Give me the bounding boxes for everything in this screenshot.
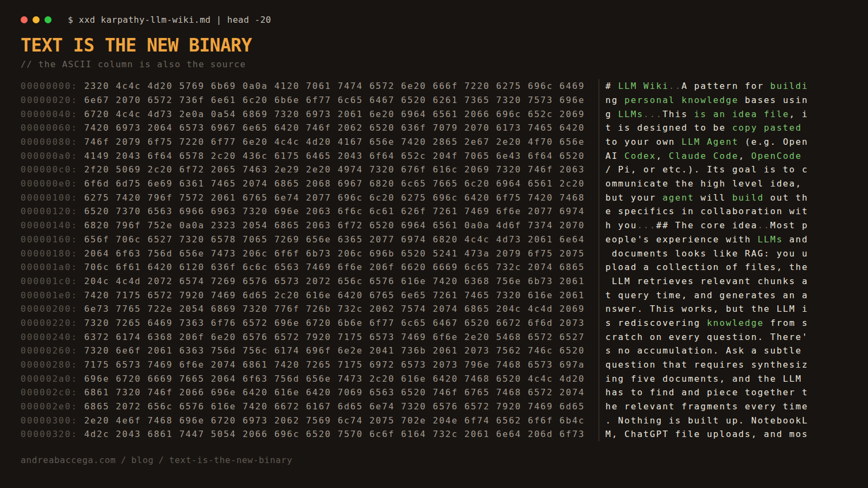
hex-row: 00000200:6e73 7765 722e 2054 6869 7320 7… [21,302,598,316]
ascii-segment: out th [764,192,808,203]
terminal-window: $ xxd karpathy-llm-wiki.md | head -20 TE… [0,0,868,488]
hex-bytes: 6e73 7765 722e 2054 6869 7320 776f 726b … [84,304,585,314]
ascii-segment: and [783,234,808,245]
ascii-line: to your own LLM Agent (e.g. Open [605,135,808,149]
hex-row: 00000120:6520 7370 6563 6966 6963 7320 6… [21,204,598,219]
hex-row: 000000a0:4149 2043 6f64 6578 2c20 436c 6… [21,149,598,163]
hex-bytes: 2e20 4e6f 7468 696e 6720 6973 2062 7569 … [84,415,585,426]
hex-dump: 00000000:2320 4c4c 4d20 5769 6b69 0a0a 4… [21,79,868,441]
hex-row: 000001a0:706c 6f61 6420 6120 636f 6c6c 6… [21,260,598,274]
hex-row: 00000320:4d2c 2043 6861 7447 5054 2066 6… [21,427,598,441]
ascii-segment: is an idea file [694,109,789,119]
ascii-segment: documents looks like RAG: you u [605,248,808,259]
hex-row: 000002e0:6865 2072 656c 6576 616e 7420 6… [21,400,598,414]
ascii-line: has to find and piece together t [605,386,808,400]
minimize-button[interactable] [33,16,40,23]
hex-offset: 000001e0: [21,290,78,300]
ascii-line: M, ChatGPT file uploads, and mos [605,427,808,441]
page-title: TEXT IS THE NEW BINARY [21,36,868,55]
hex-bytes: 6865 2072 656c 6576 616e 7420 6672 6167 … [84,401,585,412]
hex-offset: 000002a0: [21,374,78,384]
hex-row: 000001c0:204c 4c4d 2072 6574 7269 6576 6… [21,274,598,288]
ascii-segment: , [738,151,751,161]
hex-row: 00000020:6e67 2070 6572 736f 6e61 6c20 6… [21,93,598,107]
ascii-segment: ... [643,109,662,119]
hex-bytes: 2f20 5069 2c20 6f72 2065 7463 2e29 2e20 … [84,164,585,175]
hex-offset: 00000260: [21,345,78,356]
hex-offset: 00000180: [21,248,78,259]
ascii-segment: Codex [624,151,656,161]
ascii-line: but your agent will build out th [605,191,808,205]
hex-offset: 000001c0: [21,276,78,286]
hex-offset: 00000220: [21,318,78,328]
ascii-segment: from s [764,318,808,328]
ascii-line: e specifics in collaboration wit [605,204,808,219]
hex-offset: 00000100: [21,192,78,203]
ascii-segment: ... [637,220,656,230]
ascii-segment: , i [789,109,808,119]
ascii-line: documents looks like RAG: you u [605,247,808,261]
ascii-segment: s no accumulation. Ask a subtle [605,345,808,356]
breadcrumb-separator: / [158,455,164,465]
hex-bytes: 204c 4c4d 2072 6574 7269 6576 6573 2072 … [84,276,585,286]
ascii-line: LLM retrieves relevant chunks a [605,274,808,288]
ascii-segment: ing five documents, and the LLM [605,374,808,384]
ascii-line: ing five documents, and the LLM [605,372,808,386]
ascii-segment: personal knowledge [624,95,738,105]
ascii-segment: pload a collection of files, the [605,262,808,272]
ascii-segment: g [605,109,618,119]
hex-offset: 00000060: [21,123,78,133]
hex-row: 00000160:656f 706c 6527 7320 6578 7065 7… [21,233,598,247]
hex-row: 00000000:2320 4c4c 4d20 5769 6b69 0a0a 4… [21,79,598,93]
ascii-segment: .. [669,81,681,91]
ascii-segment: will [694,192,732,203]
ascii-line: t query time, and generates an a [605,288,808,303]
ascii-line: cratch on every question. There' [605,330,808,344]
ascii-segment: buildi [770,81,808,91]
hex-bytes: 2320 4c4c 4d20 5769 6b69 0a0a 4120 7061 … [84,81,585,91]
ascii-segment: question that requires synthesiz [605,359,808,370]
hex-offset: 000002e0: [21,401,78,412]
ascii-segment: LLM Agent [681,137,738,147]
hex-offset: 00000140: [21,220,78,230]
hex-row: 00000040:6720 4c4c 4d73 2e0a 0a54 6869 7… [21,107,598,121]
breadcrumb-site-link[interactable]: andreabaccega.com [21,455,116,465]
hex-bytes: 656f 706c 6527 7320 6578 7065 7269 656e … [84,234,585,245]
hex-bytes: 4d2c 2043 6861 7447 5054 2066 696c 6520 … [84,429,585,439]
ascii-line: AI Codex, Claude Code, OpenCode [605,149,808,163]
ascii-segment: he relevant fragments every time [605,401,808,412]
hex-offset: 00000120: [21,206,78,216]
ascii-pane: # LLM Wiki..A pattern for building perso… [598,79,808,441]
ascii-segment: build [732,192,764,203]
hex-bytes: 6720 4c4c 4d73 2e0a 0a54 6869 7320 6973 … [84,109,585,119]
hex-bytes: 2064 6f63 756d 656e 7473 206c 6f6f 6b73 … [84,248,585,259]
hex-row: 00000280:7175 6573 7469 6f6e 2074 6861 7… [21,358,598,372]
hex-offset: 00000020: [21,95,78,105]
hex-bytes: 7320 7265 6469 7363 6f76 6572 696e 6720 … [84,318,585,328]
ascii-line: nswer. This works, but the LLM i [605,302,808,316]
ascii-segment: t query time, and generates an a [605,290,808,300]
hex-offset: 00000000: [21,81,78,91]
ascii-segment: . Nothing is built up. NotebookL [605,415,808,426]
hex-bytes: 6372 6174 6368 206f 6e20 6576 6572 7920 … [84,332,585,342]
hex-row: 00000220:7320 7265 6469 7363 6f76 6572 6… [21,316,598,330]
maximize-button[interactable] [44,16,52,23]
hex-row: 000000c0:2f20 5069 2c20 6f72 2065 7463 2… [21,163,598,177]
close-button[interactable] [21,16,28,23]
hex-row: 00000140:6820 796f 752e 0a0a 2323 2054 6… [21,219,598,233]
ascii-segment: LLMs [618,109,643,119]
hex-bytes: 7420 6973 2064 6573 6967 6e65 6420 746f … [84,123,585,133]
hex-bytes: 6e67 2070 6572 736f 6e61 6c20 6b6e 6f77 … [84,95,585,105]
ascii-segment: Claude Code [669,151,739,161]
hex-offset: 00000300: [21,415,78,426]
hex-offset: 00000200: [21,304,78,314]
ascii-segment: / Pi, or etc.). Its goal is to c [605,164,808,175]
ascii-line: pload a collection of files, the [605,260,808,274]
hex-bytes: 746f 2079 6f75 7220 6f77 6e20 4c4c 4d20 … [84,137,585,147]
ascii-segment: copy pasted [732,123,802,133]
ascii-segment: .. [757,220,770,230]
breadcrumb-blog-link[interactable]: blog [131,455,154,465]
ascii-segment: nswer. This works, but the LLM i [605,304,808,314]
ascii-segment [802,123,808,133]
breadcrumb-separator: / [121,455,126,465]
